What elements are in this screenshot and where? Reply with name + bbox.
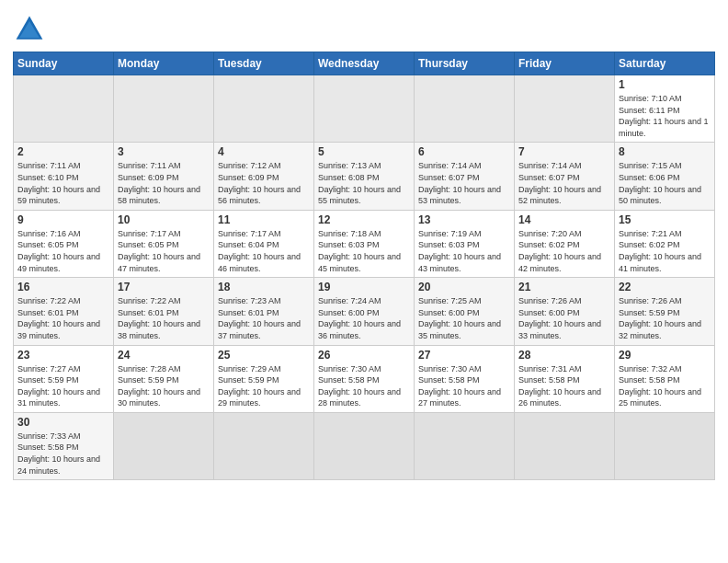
calendar-cell — [314, 412, 415, 479]
day-number: 3 — [118, 145, 210, 158]
day-info: Sunrise: 7:27 AM Sunset: 5:59 PM Dayligh… — [17, 363, 109, 409]
day-info: Sunrise: 7:26 AM Sunset: 5:59 PM Dayligh… — [619, 295, 711, 341]
day-info: Sunrise: 7:33 AM Sunset: 5:58 PM Dayligh… — [17, 431, 109, 477]
day-info: Sunrise: 7:25 AM Sunset: 6:00 PM Dayligh… — [418, 295, 510, 341]
weekday-header-tuesday: Tuesday — [214, 52, 314, 75]
calendar-cell: 11Sunrise: 7:17 AM Sunset: 6:04 PM Dayli… — [214, 210, 314, 277]
day-number: 28 — [518, 349, 610, 362]
day-number: 17 — [118, 281, 210, 293]
weekday-header-sunday: Sunday — [14, 52, 114, 75]
calendar: SundayMondayTuesdayWednesdayThursdayFrid… — [13, 52, 715, 480]
calendar-cell: 20Sunrise: 7:25 AM Sunset: 6:00 PM Dayli… — [415, 278, 515, 345]
day-number: 1 — [619, 78, 711, 91]
calendar-week-4: 23Sunrise: 7:27 AM Sunset: 5:59 PM Dayli… — [14, 345, 715, 412]
header — [13, 9, 715, 46]
calendar-week-0: 1Sunrise: 7:10 AM Sunset: 6:11 PM Daylig… — [14, 75, 715, 143]
calendar-cell — [415, 412, 515, 479]
calendar-cell — [214, 75, 314, 143]
day-number: 16 — [17, 281, 109, 293]
calendar-week-5: 30Sunrise: 7:33 AM Sunset: 5:58 PM Dayli… — [14, 412, 715, 479]
day-info: Sunrise: 7:14 AM Sunset: 6:07 PM Dayligh… — [418, 160, 510, 206]
day-number: 8 — [619, 145, 711, 158]
calendar-cell: 24Sunrise: 7:28 AM Sunset: 5:59 PM Dayli… — [114, 345, 214, 412]
day-info: Sunrise: 7:17 AM Sunset: 6:05 PM Dayligh… — [118, 228, 210, 274]
calendar-cell: 28Sunrise: 7:31 AM Sunset: 5:58 PM Dayli… — [515, 345, 615, 412]
weekday-header-friday: Friday — [515, 52, 615, 75]
day-number: 25 — [218, 349, 310, 362]
day-number: 27 — [418, 349, 510, 362]
calendar-cell: 10Sunrise: 7:17 AM Sunset: 6:05 PM Dayli… — [114, 210, 214, 277]
calendar-cell: 3Sunrise: 7:11 AM Sunset: 6:09 PM Daylig… — [114, 143, 214, 210]
day-info: Sunrise: 7:13 AM Sunset: 6:08 PM Dayligh… — [318, 160, 410, 206]
day-number: 14 — [518, 213, 610, 226]
day-info: Sunrise: 7:18 AM Sunset: 6:03 PM Dayligh… — [318, 228, 410, 274]
calendar-cell — [515, 412, 615, 479]
day-info: Sunrise: 7:29 AM Sunset: 5:59 PM Dayligh… — [218, 363, 310, 409]
calendar-cell: 1Sunrise: 7:10 AM Sunset: 6:11 PM Daylig… — [615, 75, 715, 143]
weekday-header-thursday: Thursday — [415, 52, 515, 75]
day-info: Sunrise: 7:31 AM Sunset: 5:58 PM Dayligh… — [518, 363, 610, 409]
calendar-cell: 18Sunrise: 7:23 AM Sunset: 6:01 PM Dayli… — [214, 278, 314, 345]
weekday-header-saturday: Saturday — [615, 52, 715, 75]
day-number: 22 — [619, 281, 711, 293]
day-number: 10 — [118, 213, 210, 226]
calendar-cell: 27Sunrise: 7:30 AM Sunset: 5:58 PM Dayli… — [415, 345, 515, 412]
day-number: 24 — [118, 349, 210, 362]
calendar-cell: 7Sunrise: 7:14 AM Sunset: 6:07 PM Daylig… — [515, 143, 615, 210]
calendar-cell — [415, 75, 515, 143]
calendar-cell: 2Sunrise: 7:11 AM Sunset: 6:10 PM Daylig… — [14, 143, 114, 210]
calendar-cell: 21Sunrise: 7:26 AM Sunset: 6:00 PM Dayli… — [515, 278, 615, 345]
day-info: Sunrise: 7:19 AM Sunset: 6:03 PM Dayligh… — [418, 228, 510, 274]
calendar-week-3: 16Sunrise: 7:22 AM Sunset: 6:01 PM Dayli… — [14, 278, 715, 345]
calendar-cell: 26Sunrise: 7:30 AM Sunset: 5:58 PM Dayli… — [314, 345, 415, 412]
day-number: 11 — [218, 213, 310, 226]
day-info: Sunrise: 7:16 AM Sunset: 6:05 PM Dayligh… — [17, 228, 109, 274]
calendar-cell: 16Sunrise: 7:22 AM Sunset: 6:01 PM Dayli… — [14, 278, 114, 345]
calendar-cell — [14, 75, 114, 143]
day-number: 15 — [619, 213, 711, 226]
day-info: Sunrise: 7:15 AM Sunset: 6:06 PM Dayligh… — [619, 160, 711, 206]
calendar-cell: 13Sunrise: 7:19 AM Sunset: 6:03 PM Dayli… — [415, 210, 515, 277]
day-info: Sunrise: 7:12 AM Sunset: 6:09 PM Dayligh… — [218, 160, 310, 206]
calendar-cell: 9Sunrise: 7:16 AM Sunset: 6:05 PM Daylig… — [14, 210, 114, 277]
day-info: Sunrise: 7:14 AM Sunset: 6:07 PM Dayligh… — [518, 160, 610, 206]
day-number: 7 — [518, 145, 610, 158]
day-info: Sunrise: 7:17 AM Sunset: 6:04 PM Dayligh… — [218, 228, 310, 274]
day-number: 30 — [17, 416, 109, 429]
calendar-cell — [114, 75, 214, 143]
day-number: 13 — [418, 213, 510, 226]
day-info: Sunrise: 7:21 AM Sunset: 6:02 PM Dayligh… — [619, 228, 711, 274]
calendar-cell — [615, 412, 715, 479]
day-info: Sunrise: 7:11 AM Sunset: 6:10 PM Dayligh… — [17, 160, 109, 206]
day-info: Sunrise: 7:11 AM Sunset: 6:09 PM Dayligh… — [118, 160, 210, 206]
day-number: 4 — [218, 145, 310, 158]
day-info: Sunrise: 7:20 AM Sunset: 6:02 PM Dayligh… — [518, 228, 610, 274]
calendar-cell: 29Sunrise: 7:32 AM Sunset: 5:58 PM Dayli… — [615, 345, 715, 412]
day-number: 21 — [518, 281, 610, 293]
day-info: Sunrise: 7:32 AM Sunset: 5:58 PM Dayligh… — [619, 363, 711, 409]
day-number: 2 — [17, 145, 109, 158]
day-number: 19 — [318, 281, 410, 293]
logo — [13, 9, 51, 46]
weekday-header-wednesday: Wednesday — [314, 52, 415, 75]
calendar-cell: 5Sunrise: 7:13 AM Sunset: 6:08 PM Daylig… — [314, 143, 415, 210]
calendar-cell: 23Sunrise: 7:27 AM Sunset: 5:59 PM Dayli… — [14, 345, 114, 412]
day-info: Sunrise: 7:24 AM Sunset: 6:00 PM Dayligh… — [318, 295, 410, 341]
day-info: Sunrise: 7:28 AM Sunset: 5:59 PM Dayligh… — [118, 363, 210, 409]
day-number: 9 — [17, 213, 109, 226]
day-info: Sunrise: 7:22 AM Sunset: 6:01 PM Dayligh… — [17, 295, 109, 341]
calendar-cell: 22Sunrise: 7:26 AM Sunset: 5:59 PM Dayli… — [615, 278, 715, 345]
calendar-cell: 19Sunrise: 7:24 AM Sunset: 6:00 PM Dayli… — [314, 278, 415, 345]
calendar-cell: 25Sunrise: 7:29 AM Sunset: 5:59 PM Dayli… — [214, 345, 314, 412]
calendar-cell — [114, 412, 214, 479]
calendar-cell — [314, 75, 415, 143]
calendar-cell: 17Sunrise: 7:22 AM Sunset: 6:01 PM Dayli… — [114, 278, 214, 345]
day-info: Sunrise: 7:26 AM Sunset: 6:00 PM Dayligh… — [518, 295, 610, 341]
page: SundayMondayTuesdayWednesdayThursdayFrid… — [0, 0, 728, 563]
day-number: 12 — [318, 213, 410, 226]
day-number: 5 — [318, 145, 410, 158]
calendar-cell: 8Sunrise: 7:15 AM Sunset: 6:06 PM Daylig… — [615, 143, 715, 210]
calendar-cell: 14Sunrise: 7:20 AM Sunset: 6:02 PM Dayli… — [515, 210, 615, 277]
calendar-cell: 4Sunrise: 7:12 AM Sunset: 6:09 PM Daylig… — [214, 143, 314, 210]
day-info: Sunrise: 7:30 AM Sunset: 5:58 PM Dayligh… — [318, 363, 410, 409]
